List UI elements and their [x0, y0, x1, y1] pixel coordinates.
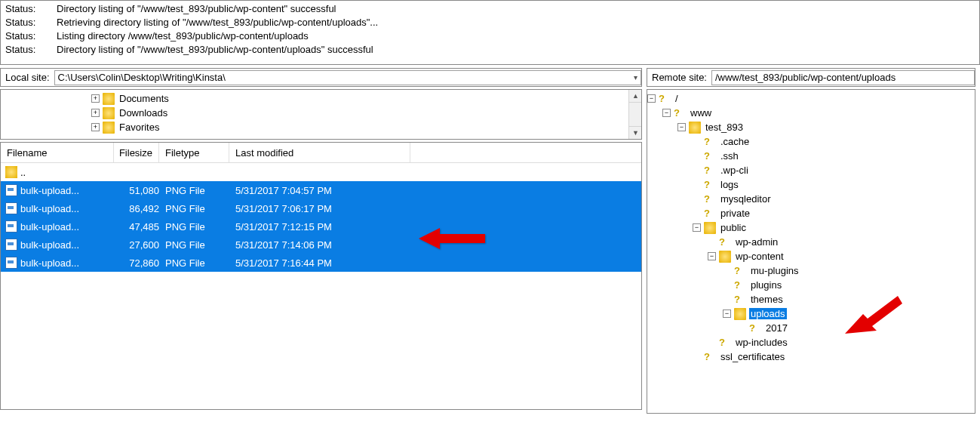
filename-cell: ..: [20, 167, 26, 178]
tree-item[interactable]: −uploads: [647, 306, 975, 321]
tree-item-label: public: [719, 222, 748, 233]
tree-item[interactable]: +Documents: [1, 91, 641, 106]
unknown-folder-icon: ?: [659, 93, 671, 105]
chevron-down-icon[interactable]: ▾: [634, 73, 637, 82]
unknown-folder-icon: ?: [734, 294, 746, 306]
local-pane: Local site: C:\Users\Colin\Desktop\Writi…: [0, 68, 642, 414]
status-line: Directory listing of "/www/test_893/publ…: [57, 43, 373, 57]
filesize-cell: 72,860: [114, 257, 159, 269]
tree-item[interactable]: ?plugins: [647, 278, 975, 292]
tree-item-label: ssl_certificates: [719, 351, 786, 362]
tree-item[interactable]: −?/: [647, 91, 975, 106]
file-row[interactable]: bulk-upload...86,492PNG File5/31/2017 7:…: [1, 199, 641, 217]
modified-cell: 5/31/2017 7:16:44 PM: [229, 257, 410, 269]
remote-tree[interactable]: −?/−?www−test_893?.cache?.ssh?.wp-cli?lo…: [647, 89, 975, 414]
tree-item[interactable]: ?.ssh: [647, 149, 975, 163]
tree-item-label: themes: [749, 294, 785, 305]
status-line: Retrieving directory listing of "/www/te…: [57, 16, 378, 29]
expander-icon[interactable]: −: [693, 223, 701, 232]
tree-item[interactable]: ?mysqleditor: [647, 192, 975, 206]
column-filesize[interactable]: Filesize: [114, 143, 159, 162]
filesize-cell: 86,492: [114, 203, 159, 214]
filename-cell: bulk-upload...: [20, 185, 79, 196]
filesize-cell: 51,080: [114, 185, 159, 196]
file-row[interactable]: bulk-upload...47,485PNG File5/31/2017 7:…: [1, 217, 641, 236]
expander-icon[interactable]: +: [91, 123, 100, 131]
tree-item-label: mu-plugins: [749, 265, 800, 276]
tree-item[interactable]: ?wp-includes: [647, 335, 975, 350]
tree-item[interactable]: ?2017: [647, 321, 975, 335]
column-last-modified[interactable]: Last modified: [229, 143, 410, 162]
tree-item-label: www: [689, 107, 713, 119]
image-file-icon: [5, 257, 17, 269]
expander-icon[interactable]: +: [91, 109, 100, 117]
folder-icon: [689, 122, 701, 134]
folder-icon: [103, 93, 115, 105]
tree-item[interactable]: +Favorites: [1, 120, 641, 134]
parent-directory-row[interactable]: ..: [1, 163, 641, 181]
expander-icon[interactable]: −: [647, 94, 656, 103]
expander-icon[interactable]: −: [723, 310, 731, 318]
tree-item-label: .ssh: [719, 150, 740, 162]
image-file-icon: [5, 239, 17, 251]
grid-header: Filename Filesize Filetype Last modified: [1, 143, 641, 163]
tree-item-label: wp-includes: [734, 337, 789, 348]
remote-path-input[interactable]: /www/test_893/public/wp-content/uploads: [711, 70, 975, 85]
column-filetype[interactable]: Filetype: [159, 143, 229, 162]
tree-item[interactable]: ?private: [647, 206, 975, 220]
scroll-down-icon[interactable]: ▼: [629, 126, 642, 139]
tree-item[interactable]: +Downloads: [1, 106, 641, 120]
file-row[interactable]: bulk-upload...72,860PNG File5/31/2017 7:…: [1, 254, 641, 272]
tree-item-label: wp-content: [734, 251, 785, 262]
folder-icon: [734, 308, 746, 320]
status-label: Status:: [5, 2, 57, 16]
unknown-folder-icon: ?: [704, 136, 716, 148]
tree-item[interactable]: ?mu-plugins: [647, 263, 975, 278]
folder-icon: [5, 166, 17, 178]
tree-item[interactable]: ?.wp-cli: [647, 163, 975, 177]
expander-icon[interactable]: −: [677, 123, 686, 131]
scrollbar[interactable]: ▲ ▼: [628, 90, 641, 139]
tree-item-label: uploads: [749, 308, 787, 319]
expander-icon[interactable]: −: [708, 252, 716, 260]
filetype-cell: PNG File: [159, 239, 229, 251]
image-file-icon: [5, 202, 17, 214]
folder-icon: [719, 251, 731, 263]
tree-item[interactable]: −?www: [647, 106, 975, 120]
modified-cell: 5/31/2017 7:06:17 PM: [229, 203, 410, 214]
local-site-label: Local site:: [1, 72, 54, 83]
grid-body: .. bulk-upload...51,080PNG File5/31/2017…: [1, 163, 641, 272]
expander-icon[interactable]: +: [91, 94, 100, 103]
filename-cell: bulk-upload...: [20, 257, 79, 269]
tree-item-label: plugins: [749, 279, 783, 291]
unknown-folder-icon: ?: [719, 337, 731, 349]
tree-item-label: 2017: [764, 322, 789, 334]
filetype-cell: PNG File: [159, 203, 229, 214]
filetype-cell: PNG File: [159, 221, 229, 233]
local-file-listing: Filename Filesize Filetype Last modified…: [0, 142, 642, 410]
tree-item[interactable]: ?themes: [647, 292, 975, 306]
scroll-up-icon[interactable]: ▲: [629, 90, 642, 103]
column-filename[interactable]: Filename: [1, 143, 114, 162]
expander-icon[interactable]: −: [662, 109, 671, 117]
tree-item[interactable]: ?ssl_certificates: [647, 350, 975, 364]
tree-item-label: /: [674, 93, 680, 104]
tree-item[interactable]: ?.cache: [647, 134, 975, 149]
unknown-folder-icon: ?: [674, 107, 686, 119]
tree-item[interactable]: −public: [647, 220, 975, 235]
tree-item[interactable]: ?wp-admin: [647, 235, 975, 249]
file-row[interactable]: bulk-upload...27,600PNG File5/31/2017 7:…: [1, 236, 641, 254]
filename-cell: bulk-upload...: [20, 221, 79, 233]
filename-cell: bulk-upload...: [20, 203, 79, 214]
tree-item-label: private: [719, 208, 751, 219]
tree-item[interactable]: −test_893: [647, 120, 975, 134]
tree-item[interactable]: −wp-content: [647, 249, 975, 263]
tree-item[interactable]: ?logs: [647, 177, 975, 192]
local-path-input[interactable]: C:\Users\Colin\Desktop\Writing\Kinsta\ ▾: [54, 70, 641, 85]
file-row[interactable]: bulk-upload...51,080PNG File5/31/2017 7:…: [1, 181, 641, 199]
tree-item-label: .wp-cli: [719, 165, 750, 176]
tree-item-label: .cache: [719, 136, 751, 147]
local-tree[interactable]: +Documents+Downloads+Favorites ▲ ▼: [0, 89, 642, 140]
modified-cell: 5/31/2017 7:04:57 PM: [229, 185, 410, 196]
unknown-folder-icon: ?: [734, 265, 746, 277]
